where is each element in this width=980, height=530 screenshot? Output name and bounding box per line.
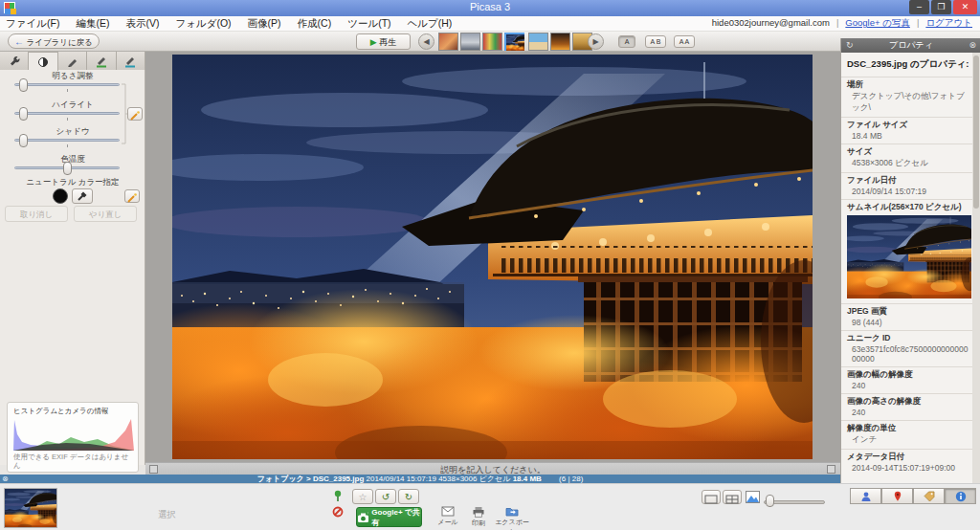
hold-in-tray-button[interactable] [331,490,345,503]
filmstrip-thumbnail-3[interactable] [482,33,502,51]
shadows-slider-thumb[interactable] [19,134,28,147]
play-slideshow-button[interactable]: ▶ 再生 [356,33,411,50]
filmstrip-thumbnail-1[interactable] [438,33,458,51]
caption-options-icon[interactable] [827,465,835,474]
properties-scrollbar[interactable] [972,53,980,483]
magic-wand-icon [125,192,139,204]
filmstrip-thumbnail-2[interactable] [460,33,480,51]
tray-thumbnail[interactable] [4,488,57,528]
histogram-title: ヒストグラムとカメラの情報 [13,407,108,416]
show-properties-button[interactable] [945,488,976,504]
status-position: (6 | 28) [559,475,583,483]
status-breadcrumb: フォトブック > DSC_2395.jpg [257,475,365,483]
google-photos-link[interactable]: Google+ の写真 [845,17,910,30]
property-row-width-resolution: 画像の幅の解像度 240 [841,366,973,393]
rgb-histogram [13,417,134,451]
caption-bar: 説明を記入してください。 [145,462,840,475]
wrench-icon [8,55,21,68]
properties-thumbnail-image [847,215,971,298]
tab-basic-fixes[interactable] [0,52,29,70]
menu-item-file[interactable]: ファイル(F) [6,17,59,31]
separator: | [917,17,919,30]
menu-item-create[interactable]: 作成(C) [298,17,332,31]
fill-light-slider-thumb[interactable] [19,78,28,92]
tab-effects-3[interactable] [117,52,145,70]
one-click-lighting-fix-button[interactable] [127,107,143,121]
window-title: Picasa 3 [0,1,980,12]
view-side-by-side-button[interactable]: A B [645,35,666,48]
show-people-button[interactable] [850,488,881,504]
menu-item-view[interactable]: 表示(V) [125,17,159,31]
photo-tray: 選択 ☆ ↺ ↻ Google+ で共有 メール 印刷 [0,483,980,530]
selection-label: 選択 [158,509,176,521]
actual-size-button[interactable] [723,490,742,504]
photo-viewer [145,52,840,462]
rotate-right-button[interactable]: ↻ [398,489,419,504]
tab-effects-2[interactable] [87,52,116,70]
back-to-library-button[interactable]: ← ライブラリに戻る [8,33,100,49]
undo-button[interactable]: 取り消し [5,206,68,222]
email-button[interactable]: メール [433,506,463,527]
view-single-button[interactable]: A [618,35,635,48]
zoom-slider-thumb[interactable] [766,495,774,507]
google-plus-share-button[interactable]: Google+ で共有 [356,507,422,527]
neutral-color-swatch [53,188,68,204]
color-temperature-slider-thumb[interactable] [63,162,72,175]
frame-icon [704,495,718,504]
one-click-color-fix-button[interactable] [124,189,140,203]
close-properties-icon[interactable]: ⊗ [969,40,976,51]
color-temperature-slider[interactable] [14,166,120,169]
filmstrip-thumbnail-4-selected[interactable] [504,33,524,51]
menu-item-picture[interactable]: 画像(P) [248,17,281,31]
photo-kiyomizu-temple-night[interactable] [172,55,813,459]
highlights-slider-thumb[interactable] [19,107,28,121]
maximize-button[interactable]: ❐ [931,0,951,14]
menu-item-folder[interactable]: フォルダ(O) [175,17,231,31]
previous-photo-button[interactable]: ◀ [418,33,434,50]
title-bar: Picasa 3 – ❐ ✕ [0,0,980,16]
star-icon: ☆ [359,492,368,502]
rotate-left-button[interactable]: ↺ [375,489,396,504]
tab-lighting-tuning[interactable] [29,52,57,71]
menu-item-edit[interactable]: 編集(E) [76,17,109,31]
property-row-filesize: ファイル サイズ 18.4 MB [841,117,973,144]
scrollbar-thumb[interactable] [973,55,979,209]
menu-item-tools[interactable]: ツール(T) [347,17,390,31]
refresh-icon[interactable]: ↻ [846,40,854,51]
export-folder-icon [505,506,519,517]
view-duplicate-button[interactable]: A A [674,35,695,48]
menu-item-help[interactable]: ヘルプ(H) [408,17,453,31]
clear-tray-button[interactable] [331,506,345,519]
properties-title: プロパティ [889,40,933,50]
main-toolbar: ← ライブラリに戻る ▶ 再生 ◀ ▶ A A B A A [0,32,980,52]
info-icon [955,491,967,502]
property-row-dimensions: サイズ 4538×3006 ピクセル [841,144,973,172]
export-button-label: エクスポート [495,519,529,530]
filmstrip-thumbnail-5[interactable] [528,33,548,51]
highlights-slider[interactable] [14,112,120,115]
export-button[interactable]: エクスポート [492,506,532,530]
close-button[interactable]: ✕ [953,0,977,14]
star-button[interactable]: ☆ [352,489,373,504]
show-tags-button[interactable] [913,488,945,504]
share-button-label: Google+ で共有 [371,507,421,528]
print-button[interactable]: 印刷 [465,506,492,528]
status-datetime: 2014/09/14 15:07:19 [367,475,436,483]
tab-effects-1[interactable] [58,52,87,70]
fill-light-slider[interactable] [14,83,120,86]
next-photo-button[interactable]: ▶ [588,33,604,50]
back-arrow-icon: ← [14,36,24,47]
back-button-label: ライブラリに戻る [26,37,92,47]
properties-heading: DSC_2395.jpg のプロパティ: [847,58,969,71]
status-bar: ⊗ フォトブック > DSC_2395.jpg 2014/09/14 15:07… [0,475,840,483]
pencil-icon [66,55,79,68]
redo-button[interactable]: やり直し [74,206,137,222]
fit-view-button[interactable] [702,490,721,504]
neutral-color-picker-button[interactable] [72,188,93,204]
show-places-button[interactable] [881,488,913,504]
minimize-button[interactable]: – [909,0,929,14]
zoom-photo-icon [746,491,760,503]
logout-link[interactable]: ログアウト [925,17,972,30]
shadows-slider[interactable] [14,139,120,142]
filmstrip-thumbnail-6[interactable] [550,33,570,51]
